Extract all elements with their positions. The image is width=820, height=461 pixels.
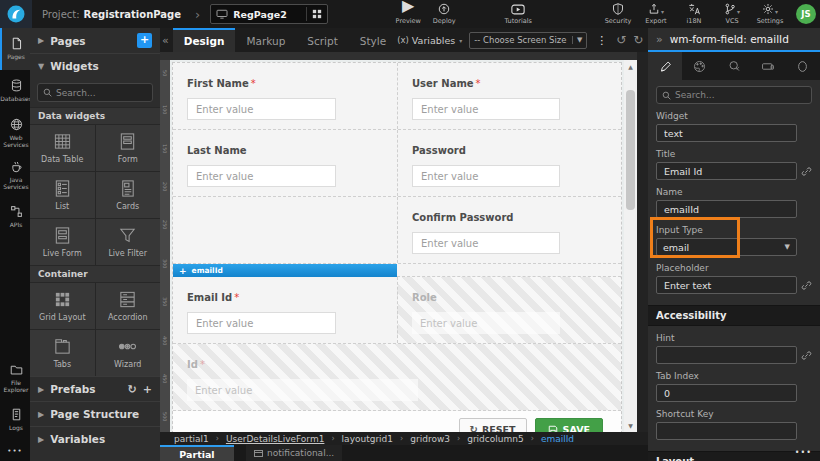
scroll-down-icon[interactable]: ▼ xyxy=(624,419,637,432)
tab-style[interactable]: Style xyxy=(349,28,397,52)
widget-search[interactable] xyxy=(37,83,153,102)
rail-item-apis[interactable]: APIs xyxy=(0,196,30,238)
firstname-input[interactable] xyxy=(187,98,336,120)
placeholder-value-input[interactable] xyxy=(656,276,797,294)
tab-script[interactable]: Script xyxy=(296,28,348,52)
title-value-input[interactable] xyxy=(656,162,797,180)
breadcrumb-item[interactable]: gridrow3 xyxy=(410,434,450,444)
tab-notification[interactable]: notificational... xyxy=(246,445,342,461)
breadcrumb-item[interactable]: layoutgrid1 xyxy=(342,434,393,444)
widget-tile-accordion[interactable]: Accordion xyxy=(96,283,161,329)
form-field-id-hidden[interactable]: Id* Enter value xyxy=(173,344,621,410)
bind-link-icon[interactable] xyxy=(801,350,812,361)
form-field-password[interactable]: Password xyxy=(397,130,621,196)
emailid-selection-bar[interactable]: + emailId xyxy=(173,264,397,277)
page-tab[interactable]: RegPage2 xyxy=(210,4,328,24)
name-value-input[interactable] xyxy=(656,200,797,218)
more-options-icon[interactable]: ••• xyxy=(795,448,812,457)
page-structure-section-header[interactable]: ▶ Page Structure xyxy=(30,401,160,426)
password-input[interactable] xyxy=(412,165,560,187)
variables-section-header[interactable]: ▶ Variables xyxy=(30,426,160,451)
variables-dropdown[interactable]: (x) Variables ▾ xyxy=(397,35,462,46)
add-page-button[interactable]: + xyxy=(137,33,152,48)
shortcut-key-value-input[interactable] xyxy=(656,422,797,440)
widget-search-input[interactable] xyxy=(56,88,147,98)
form-field-emailid[interactable]: Email Id* xyxy=(173,277,397,343)
grid-menu-icon[interactable] xyxy=(312,9,322,19)
app-logo[interactable] xyxy=(0,0,32,28)
canvas-scrollbar[interactable]: ▲ ▼ xyxy=(624,60,637,432)
form-field-firstname[interactable]: First Name* xyxy=(173,63,397,129)
form-field-username[interactable]: User Name* xyxy=(397,63,621,129)
scroll-up-icon[interactable]: ▲ xyxy=(624,60,637,73)
rail-item-web-services[interactable]: Web Services xyxy=(0,112,30,154)
form-field-confirm-password[interactable]: Confirm Password xyxy=(397,197,621,263)
tab-security[interactable] xyxy=(786,52,820,80)
more-options-icon[interactable]: ••• xyxy=(0,441,30,461)
rail-item-logs[interactable]: Logs xyxy=(0,399,30,441)
properties-search-input[interactable] xyxy=(675,90,806,100)
tab-partial[interactable]: Partial xyxy=(160,445,234,461)
breadcrumb-item[interactable]: gridcolumn5 xyxy=(467,434,523,444)
export-button[interactable]: ▾ Export xyxy=(638,3,674,25)
widget-tile-live-form[interactable]: Live Form xyxy=(30,219,95,265)
screen-size-select[interactable]: -- Choose Screen Size -- ▼ xyxy=(469,32,587,49)
bind-link-icon[interactable] xyxy=(801,166,812,177)
rail-item-pages[interactable]: Pages xyxy=(0,28,30,70)
pages-section-header[interactable]: ▶ Pages + xyxy=(30,28,160,53)
properties-search[interactable] xyxy=(656,86,812,104)
tab-design[interactable]: Design xyxy=(173,28,236,52)
lastname-input[interactable] xyxy=(187,165,336,187)
hint-value-input[interactable] xyxy=(656,346,797,364)
form-field-role-hidden[interactable]: Role Enter value xyxy=(397,277,621,343)
save-button[interactable]: SAVE xyxy=(535,418,603,432)
i18n-button[interactable]: i18N xyxy=(676,3,712,25)
user-avatar[interactable]: JS xyxy=(796,4,816,24)
widget-tile-list[interactable]: List xyxy=(30,172,95,218)
deploy-button[interactable]: Deploy xyxy=(426,3,462,25)
rail-item-java-services[interactable]: Java Services xyxy=(0,154,30,196)
tutorials-button[interactable]: Tutorials xyxy=(500,3,536,25)
widget-tile-live-filter[interactable]: Live Filter xyxy=(96,219,161,265)
tab-device[interactable] xyxy=(751,52,785,80)
settings-button[interactable]: ▾ Settings xyxy=(752,3,788,25)
widget-tile-cards[interactable]: Cards xyxy=(96,172,161,218)
widget-tile-form[interactable]: Form xyxy=(96,125,161,171)
username-input[interactable] xyxy=(412,98,560,120)
tab-properties[interactable] xyxy=(648,52,682,80)
emailid-input[interactable] xyxy=(187,312,336,334)
confirm-password-input[interactable] xyxy=(412,232,560,254)
undo-icon[interactable]: ↺ xyxy=(616,33,626,47)
widget-tile-tabs[interactable]: Tabs xyxy=(30,330,95,376)
vcs-button[interactable]: ▾ VCS xyxy=(714,3,750,25)
reset-button[interactable]: ↻ RESET xyxy=(459,418,527,432)
collapse-right-panel-icon[interactable]: » xyxy=(656,33,663,46)
widget-tile-data-table[interactable]: Data Table xyxy=(30,125,95,171)
widget-tile-grid-layout[interactable]: Grid Layout xyxy=(30,283,95,329)
breadcrumb-item[interactable]: UserDetailsLiveForm1 xyxy=(226,434,325,444)
tab-advanced-search[interactable] xyxy=(717,52,751,80)
form-field-lastname[interactable]: Last Name xyxy=(173,130,397,196)
scrollbar-thumb[interactable] xyxy=(626,90,635,210)
input-type-select[interactable]: email ▼ xyxy=(656,238,797,256)
breadcrumb-item-selected[interactable]: emailId xyxy=(541,434,574,444)
breadcrumb-item[interactable]: partial1 xyxy=(174,434,209,444)
collapse-left-panel-icon[interactable]: « xyxy=(160,34,173,47)
tab-styles[interactable] xyxy=(682,52,716,80)
widget-tile-wizard[interactable]: Wizard xyxy=(96,330,161,376)
kebab-menu-icon[interactable]: ⋮ xyxy=(594,34,609,47)
rail-item-file-explorer[interactable]: File Explorer xyxy=(0,357,30,399)
widgets-section-header[interactable]: ▼ Widgets xyxy=(30,53,160,78)
tab-markup[interactable]: Markup xyxy=(235,28,296,52)
rail-item-databases[interactable]: Databases xyxy=(0,70,30,112)
tab-index-value-input[interactable] xyxy=(656,384,797,402)
preview-button[interactable]: ▶ Preview xyxy=(390,3,426,25)
empty-cell[interactable] xyxy=(173,197,397,263)
refresh-icon[interactable]: ↻ xyxy=(128,383,137,396)
redo-icon[interactable]: ↻ xyxy=(633,33,643,47)
prefabs-section-header[interactable]: ▶ Prefabs ↻ + xyxy=(30,376,160,401)
widget-value-input[interactable] xyxy=(656,124,797,142)
bind-link-icon[interactable] xyxy=(801,280,812,291)
security-button[interactable]: Security xyxy=(600,3,636,25)
add-prefab-icon[interactable]: + xyxy=(143,383,152,396)
